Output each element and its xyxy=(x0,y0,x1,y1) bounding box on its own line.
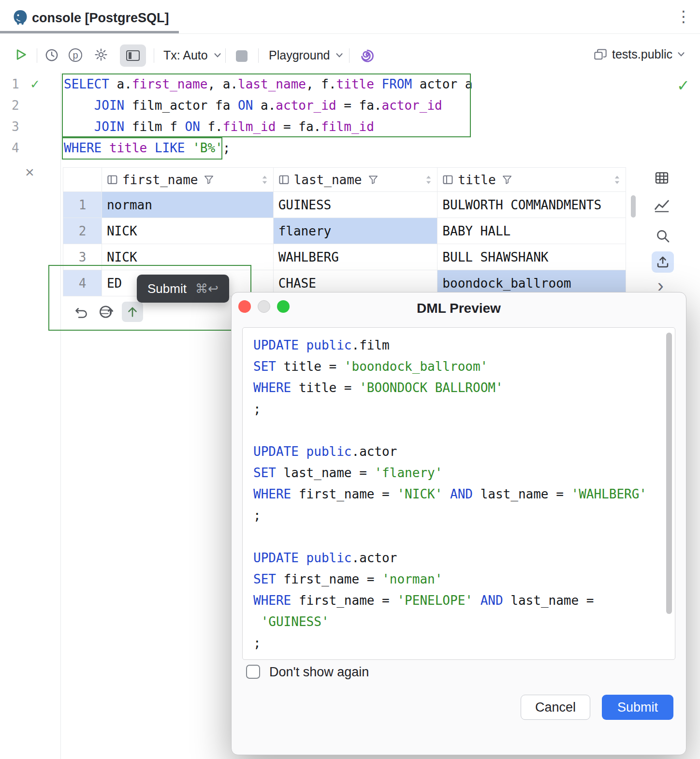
table-cell[interactable]: WAHLBERG xyxy=(274,244,438,270)
grid-view-button[interactable] xyxy=(654,170,670,186)
tx-mode-dropdown[interactable]: Tx: Auto xyxy=(163,48,221,62)
row-number-cell[interactable]: 1 xyxy=(63,192,102,218)
dml-code-line xyxy=(253,420,675,441)
row-number-cell[interactable]: 4 xyxy=(63,270,102,296)
chart-view-button[interactable] xyxy=(654,198,670,213)
column-name: title xyxy=(458,173,496,187)
sql-editor[interactable]: 1✓234 SELECT a.first_name, a.last_name, … xyxy=(0,73,700,164)
line-number: 3 xyxy=(12,119,22,134)
table-cell[interactable]: flanery xyxy=(274,218,438,244)
run-button[interactable] xyxy=(14,47,28,62)
filter-icon[interactable] xyxy=(368,175,379,185)
more-menu-icon[interactable]: ⋮ xyxy=(676,9,691,24)
row-number-header xyxy=(63,168,102,192)
sessions-icon[interactable] xyxy=(360,47,375,62)
separator xyxy=(154,48,154,63)
filter-icon[interactable] xyxy=(204,175,214,185)
playground-label: Playground xyxy=(269,48,330,62)
window-title: console [PostgreSQL] xyxy=(32,11,169,26)
gutter-line: 2 xyxy=(0,95,60,116)
sort-icon[interactable] xyxy=(261,175,268,185)
tx-mode-label: Tx: Auto xyxy=(163,48,208,62)
separator xyxy=(349,48,350,63)
table-cell[interactable]: BULWORTH COMMANDMENTS xyxy=(438,192,626,218)
table-cell[interactable]: BULL SHAWSHANK xyxy=(438,244,626,270)
dialog-scrollbar[interactable] xyxy=(666,333,672,614)
dml-preview-dialog: DML Preview UPDATE public.filmSET title … xyxy=(231,292,686,755)
separator xyxy=(37,48,37,63)
dml-preview-code: UPDATE public.filmSET title = 'boondock_… xyxy=(242,327,675,660)
statement-success-check-icon: ✓ xyxy=(30,77,40,91)
parameters-button[interactable]: p xyxy=(69,48,82,62)
gutter-line: 1✓ xyxy=(0,73,60,95)
search-icon[interactable] xyxy=(655,228,671,244)
gutter-divider xyxy=(60,73,61,759)
row-number-cell[interactable]: 3 xyxy=(63,244,102,270)
column-icon xyxy=(278,175,290,185)
table-scrollbar[interactable] xyxy=(631,195,636,218)
upload-dml-button[interactable] xyxy=(122,302,143,322)
chevron-down-icon xyxy=(335,53,343,58)
dml-code-line xyxy=(253,526,675,547)
toolbar: p Tx: Auto Playground tests.public xyxy=(0,41,700,71)
submit-dml-button[interactable] xyxy=(652,251,674,273)
column-header-first_name[interactable]: first_name xyxy=(102,168,274,192)
dml-code-line: UPDATE public.actor xyxy=(253,441,675,462)
schema-label: tests.public xyxy=(612,47,672,61)
playground-dropdown[interactable]: Playground xyxy=(269,48,343,62)
table-row: 2NICKflaneryBABY HALL xyxy=(63,218,626,244)
line-number: 1 xyxy=(12,77,22,91)
history-button[interactable] xyxy=(44,48,59,62)
table-cell[interactable]: NICK xyxy=(102,244,274,270)
dml-code-line: 'GUINESS' xyxy=(253,611,675,632)
submit-button[interactable]: Submit xyxy=(602,695,673,720)
column-header-title[interactable]: title xyxy=(438,168,626,192)
dml-code-line: WHERE first_name = 'NICK' AND last_name … xyxy=(253,483,675,505)
submit-tooltip: Submit ⌘↩ xyxy=(137,275,229,303)
chevron-down-icon xyxy=(677,52,685,57)
column-name: last_name xyxy=(294,173,362,187)
close-results-icon[interactable]: × xyxy=(25,164,34,180)
app-window: console [PostgreSQL] ⋮ p Tx: Auto Playgr… xyxy=(0,0,700,759)
dialog-title: DML Preview xyxy=(232,301,686,316)
sort-icon[interactable] xyxy=(425,175,432,185)
table-row: 3NICKWAHLBERGBULL SHAWSHANK xyxy=(63,244,626,270)
separator xyxy=(225,48,226,63)
dml-code-line: UPDATE public.actor xyxy=(253,547,675,569)
submit-to-database-button[interactable] xyxy=(98,304,115,320)
chevron-down-icon xyxy=(214,53,221,58)
titlebar-divider xyxy=(0,33,700,34)
dont-show-again-checkbox[interactable] xyxy=(246,665,260,679)
editor-code-line[interactable]: WHERE title LIKE 'B%'; xyxy=(64,137,472,159)
table-cell[interactable]: BABY HALL xyxy=(438,218,626,244)
column-name: first_name xyxy=(122,173,198,187)
row-number-cell[interactable]: 2 xyxy=(63,218,102,244)
dml-code-line: WHERE title = 'BOONDOCK BALLROOM' xyxy=(253,377,675,398)
table-cell[interactable]: NICK xyxy=(102,218,274,244)
column-header-last_name[interactable]: last_name xyxy=(274,168,438,192)
postgresql-icon xyxy=(12,9,29,26)
dml-code-line: SET last_name = 'flanery' xyxy=(253,462,675,483)
editor-code-line[interactable]: JOIN film f ON f.film_id = fa.film_id xyxy=(64,116,472,137)
gutter-line: 4 xyxy=(0,137,60,159)
tooltip-shortcut: ⌘↩ xyxy=(195,281,219,296)
table-cell[interactable]: norman xyxy=(102,192,274,218)
table-cell[interactable]: GUINESS xyxy=(274,192,438,218)
settings-button[interactable] xyxy=(94,47,108,62)
revert-changes-button[interactable] xyxy=(73,306,89,320)
line-number: 4 xyxy=(12,141,22,155)
filter-icon[interactable] xyxy=(502,175,512,185)
editor-code-line[interactable]: SELECT a.first_name, a.last_name, f.titl… xyxy=(64,73,472,95)
stop-button[interactable] xyxy=(236,50,248,62)
in-editor-results-toggle[interactable] xyxy=(120,44,146,67)
dml-code-line: ; xyxy=(253,632,675,654)
editor-code-line[interactable]: JOIN film_actor fa ON a.actor_id = fa.ac… xyxy=(64,95,472,116)
table-row: 1normanGUINESSBULWORTH COMMANDMENTS xyxy=(63,192,626,218)
arrow-up-icon xyxy=(126,305,139,319)
dont-show-again-label: Don't show again xyxy=(269,665,369,680)
column-icon xyxy=(442,175,454,185)
sort-icon[interactable] xyxy=(613,175,621,185)
cancel-button[interactable]: Cancel xyxy=(521,695,590,720)
table-header-row: first_namelast_nametitle xyxy=(63,168,626,192)
schema-selector[interactable]: tests.public xyxy=(594,47,685,61)
